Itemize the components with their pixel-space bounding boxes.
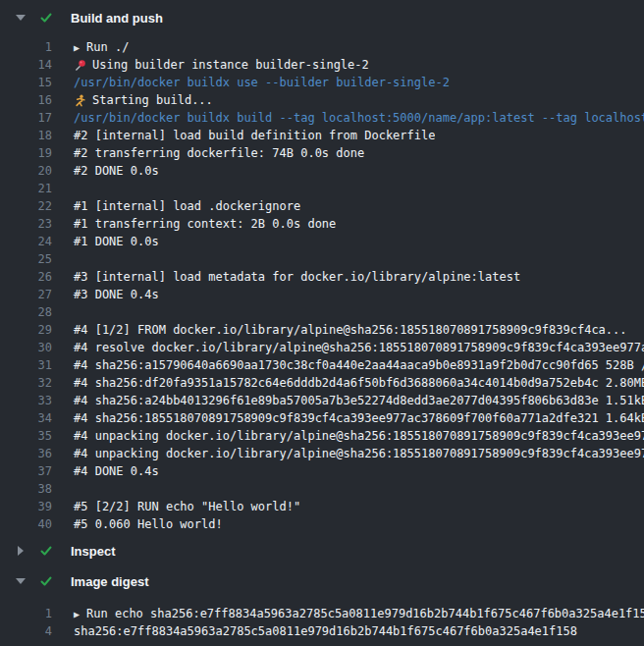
- log-line: 17/usr/bin/docker buildx build --tag loc…: [0, 109, 644, 127]
- expand-group-icon[interactable]: ▶: [74, 609, 80, 619]
- log-text: Starting build...: [52, 93, 213, 107]
- line-number[interactable]: 25: [0, 252, 52, 266]
- line-number[interactable]: 1: [0, 607, 52, 620]
- line-number[interactable]: 27: [0, 288, 52, 301]
- log-line: 31#4 sha256:a15790640a6690aa1730c38cf0a4…: [0, 356, 644, 374]
- section-header[interactable]: Image digest: [0, 571, 644, 591]
- log-text: Using builder instance builder-single-2: [52, 58, 369, 72]
- line-number[interactable]: 30: [0, 341, 52, 354]
- line-number[interactable]: 39: [0, 500, 52, 513]
- log-line: 25: [0, 250, 644, 268]
- line-number[interactable]: 34: [0, 411, 52, 425]
- chevron-down-icon[interactable]: [15, 15, 27, 21]
- log-line: 40#5 0.060 Hello world!: [0, 515, 644, 533]
- line-number[interactable]: 26: [0, 270, 52, 284]
- log-text-content: #1 transferring context: 2B 0.0s done: [74, 217, 336, 231]
- line-number[interactable]: 4: [0, 624, 52, 638]
- line-number[interactable]: 40: [0, 517, 52, 531]
- command-text: /usr/bin/docker buildx use --builder bui…: [52, 76, 450, 89]
- log-text-content: #2 [internal] load build definition from…: [74, 129, 435, 142]
- log-line: 21: [0, 180, 644, 197]
- triangle-glyph: [16, 15, 26, 21]
- log-line: 29#4 [1/2] FROM docker.io/library/alpine…: [0, 321, 644, 339]
- log-line: 4sha256:e7ff8834a5963a2785c5a0811e979d16…: [0, 622, 644, 640]
- log-line: 30#4 resolve docker.io/library/alpine@sh…: [0, 339, 644, 356]
- log-text: #4 sha256:185518070891758909c9f839cf4ca3…: [52, 411, 644, 425]
- log-text-content: #3 DONE 0.4s: [74, 288, 159, 301]
- line-number[interactable]: 15: [0, 76, 52, 89]
- line-number[interactable]: 37: [0, 464, 52, 478]
- log-line: 16Starting build...: [0, 91, 644, 109]
- log-text-content: #4 sha256:185518070891758909c9f839cf4ca3…: [74, 411, 644, 425]
- line-number[interactable]: 33: [0, 394, 52, 407]
- line-number[interactable]: 1: [0, 40, 52, 54]
- section-header[interactable]: Build and push: [0, 8, 644, 27]
- line-number[interactable]: 31: [0, 358, 52, 372]
- log-text: #4 sha256:a15790640a6690aa1730c38cf0a440…: [52, 358, 644, 372]
- triangle-glyph: [16, 578, 26, 584]
- log-text: #3 DONE 0.4s: [52, 288, 159, 301]
- log-text-content: sha256:e7ff8834a5963a2785c5a0811e979d16b…: [74, 624, 577, 638]
- workflow-log: Build and push1▶Run ./14Using builder in…: [0, 0, 644, 640]
- log-text: ▶Run echo sha256:e7ff8834a5963a2785c5a08…: [52, 607, 644, 620]
- section-log-body: 1▶Run echo sha256:e7ff8834a5963a2785c5a0…: [0, 605, 644, 640]
- log-line: 24#1 DONE 0.0s: [0, 233, 644, 250]
- expand-group-icon[interactable]: ▶: [74, 42, 80, 53]
- line-number[interactable]: 20: [0, 164, 52, 178]
- pushpin-icon: [74, 59, 86, 72]
- log-text: #4 sha256:df20fa9351a15782c64e6dddb2d4a6…: [52, 376, 644, 390]
- line-number[interactable]: 38: [0, 482, 52, 496]
- success-check-icon: [39, 574, 59, 588]
- log-text-content: #5 [2/2] RUN echo "Hello world!": [74, 500, 300, 513]
- log-section: Image digest1▶Run echo sha256:e7ff8834a5…: [0, 571, 644, 640]
- log-text-content: #1 [internal] load .dockerignore: [74, 199, 300, 213]
- line-number[interactable]: 23: [0, 217, 52, 231]
- log-text-content: Starting build...: [92, 93, 213, 107]
- log-text-content: #4 resolve docker.io/library/alpine@sha2…: [74, 341, 644, 354]
- log-text: #2 DONE 0.0s: [52, 164, 159, 178]
- line-number[interactable]: 35: [0, 429, 52, 443]
- line-number[interactable]: 18: [0, 129, 52, 142]
- log-line: 34#4 sha256:185518070891758909c9f839cf4c…: [0, 409, 644, 427]
- log-text: #4 [1/2] FROM docker.io/library/alpine@s…: [52, 323, 627, 337]
- log-text: #4 DONE 0.4s: [52, 464, 159, 478]
- log-line: 22#1 [internal] load .dockerignore: [0, 197, 644, 215]
- line-number[interactable]: 22: [0, 199, 52, 213]
- check-icon: [39, 544, 53, 558]
- log-text-content: /usr/bin/docker buildx use --builder bui…: [74, 76, 450, 89]
- log-text-content: #4 sha256:df20fa9351a15782c64e6dddb2d4a6…: [74, 376, 644, 390]
- chevron-down-icon[interactable]: [15, 578, 27, 584]
- log-text: #1 DONE 0.0s: [52, 235, 159, 248]
- command-text: /usr/bin/docker buildx build --tag local…: [52, 111, 644, 125]
- log-text-content: #3 [internal] load metadata for docker.i…: [74, 270, 520, 284]
- line-number[interactable]: 36: [0, 447, 52, 460]
- log-line: 36#4 unpacking docker.io/library/alpine@…: [0, 445, 644, 462]
- line-number[interactable]: 28: [0, 305, 52, 319]
- log-text: #2 [internal] load build definition from…: [52, 129, 435, 142]
- success-check-icon: [39, 11, 59, 25]
- log-line: 26#3 [internal] load metadata for docker…: [0, 268, 644, 286]
- line-number[interactable]: 19: [0, 146, 52, 160]
- log-line: 14Using builder instance builder-single-…: [0, 56, 644, 74]
- chevron-right-icon[interactable]: [15, 546, 27, 556]
- section-header[interactable]: Inspect: [0, 541, 644, 561]
- line-number[interactable]: 29: [0, 323, 52, 337]
- log-text-content: Run ./: [86, 40, 129, 54]
- log-line: 38: [0, 480, 644, 498]
- log-text: #1 [internal] load .dockerignore: [52, 199, 300, 213]
- check-icon: [39, 574, 53, 588]
- log-text: #2 transferring dockerfile: 74B 0.0s don…: [52, 146, 364, 160]
- log-text-content: #5 0.060 Hello world!: [74, 517, 223, 531]
- line-number[interactable]: 21: [0, 182, 52, 195]
- log-line: 33#4 sha256:a24bb4013296f61e89ba57005a7b…: [0, 392, 644, 409]
- line-number[interactable]: 32: [0, 376, 52, 390]
- log-line: 19#2 transferring dockerfile: 74B 0.0s d…: [0, 144, 644, 162]
- log-text: #4 resolve docker.io/library/alpine@sha2…: [52, 341, 644, 354]
- line-number[interactable]: 16: [0, 93, 52, 107]
- log-line: 1▶Run ./: [0, 38, 644, 56]
- line-number[interactable]: 14: [0, 58, 52, 72]
- log-text: ▶Run ./: [52, 40, 129, 54]
- log-line: 35#4 unpacking docker.io/library/alpine@…: [0, 427, 644, 445]
- line-number[interactable]: 24: [0, 235, 52, 248]
- line-number[interactable]: 17: [0, 111, 52, 125]
